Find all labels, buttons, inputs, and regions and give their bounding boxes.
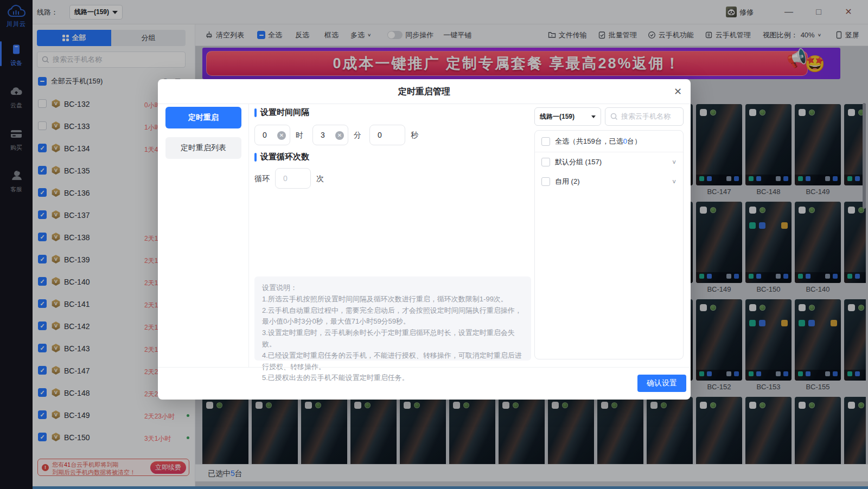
- minute-value: 3: [321, 131, 325, 139]
- section-bar-icon: [254, 108, 257, 117]
- group-checkbox[interactable]: [541, 177, 550, 186]
- group-row[interactable]: 默认分组 (157)∨: [535, 152, 683, 172]
- confirm-settings-button[interactable]: 确认设置: [637, 375, 686, 392]
- loop-label: 循环: [254, 174, 270, 184]
- loop-input[interactable]: 0: [275, 168, 311, 189]
- modal-close-icon[interactable]: ✕: [674, 86, 682, 98]
- hour-value: 0: [263, 131, 267, 139]
- note-line: 设置说明：: [262, 282, 524, 294]
- modal-header: 定时重启管理 ✕: [158, 79, 691, 104]
- selected-count: 0: [623, 137, 627, 145]
- note-line: 3.设置定时重启时，云手机剩余时长小于定时重启循环总时长，设置定时重启会失败。: [262, 327, 524, 350]
- group-select-all-row[interactable]: 全选（共159台，已选0台）: [535, 131, 683, 152]
- second-input[interactable]: 0: [369, 125, 405, 145]
- loop-placeholder: 0: [283, 174, 288, 183]
- modal-title: 定时重启管理: [158, 79, 691, 104]
- note-line: 2.云手机自动重启过程中，需要完全启动后，才会按照设定时间间隔执行重启操作，最小…: [262, 305, 524, 328]
- section-title: 设置循环次数: [260, 152, 309, 162]
- section-loop-heading: 设置循环次数: [254, 152, 309, 162]
- modal-line-select[interactable]: 线路一(159): [534, 107, 601, 126]
- minute-unit: 分: [354, 131, 361, 140]
- clear-hour-icon[interactable]: ✕: [277, 131, 286, 140]
- modal-content: 设置时间间隔 0 ✕ 时 3 ✕ 分 0 秒 设置循环次数 循环 0: [254, 104, 532, 367]
- loop-unit: 次: [316, 174, 324, 184]
- minute-input[interactable]: 3 ✕: [312, 125, 348, 145]
- group-label: 默认分组 (157): [555, 157, 667, 167]
- app-window: 线路： 线路一(159) 修修 — □ ✕ 川川云 设备 云盘 购买 客: [0, 0, 868, 489]
- group-select-all-checkbox[interactable]: [541, 137, 550, 146]
- second-value: 0: [378, 131, 382, 139]
- settings-note-box: 设置说明：1.所选云手机按照所设置时间间隔及循环次数进行重启，循环次数限制1-9…: [254, 276, 531, 361]
- second-unit: 秒: [411, 131, 418, 140]
- group-select-all-label: 全选（共159台，已选0台）: [555, 137, 641, 146]
- group-list-box: 全选（共159台，已选0台） 默认分组 (157)∨自用 (2)∨: [534, 130, 684, 359]
- modal-footer: 确认设置: [158, 367, 691, 400]
- modal-line-value: 线路一(159): [540, 112, 591, 121]
- search-icon: [610, 113, 618, 120]
- section-bar-icon: [254, 153, 257, 162]
- clear-minute-icon[interactable]: ✕: [335, 131, 344, 140]
- tab-scheduled-restart[interactable]: 定时重启: [165, 107, 241, 128]
- scheduled-restart-modal: 定时重启管理 ✕ 定时重启 定时重启列表 设置时间间隔 0 ✕ 时 3 ✕ 分 …: [158, 79, 691, 400]
- group-label: 自用 (2): [555, 177, 667, 186]
- group-rows: 默认分组 (157)∨自用 (2)∨: [535, 152, 683, 191]
- modal-right-panel: 线路一(159) 搜索云手机名称 全选（共159台，已选0台） 默认分组 (15…: [534, 104, 684, 367]
- chevron-down-icon[interactable]: ∨: [672, 159, 676, 165]
- modal-search-input[interactable]: 搜索云手机名称: [605, 107, 684, 126]
- tab-restart-list[interactable]: 定时重启列表: [165, 137, 241, 159]
- group-checkbox[interactable]: [541, 158, 550, 166]
- note-line: 1.所选云手机按照所设置时间间隔及循环次数进行重启，循环次数限制1-99次。: [262, 294, 524, 305]
- modal-left-tabs: 定时重启 定时重启列表: [158, 104, 249, 367]
- hour-unit: 时: [296, 131, 303, 140]
- section-title: 设置时间间隔: [260, 107, 309, 118]
- chevron-down-icon[interactable]: ∨: [672, 178, 676, 185]
- group-row[interactable]: 自用 (2)∨: [535, 172, 683, 191]
- caret-down-icon: [591, 115, 596, 118]
- hour-input[interactable]: 0 ✕: [254, 125, 290, 145]
- search-placeholder: 搜索云手机名称: [621, 112, 671, 121]
- section-interval-heading: 设置时间间隔: [254, 107, 309, 118]
